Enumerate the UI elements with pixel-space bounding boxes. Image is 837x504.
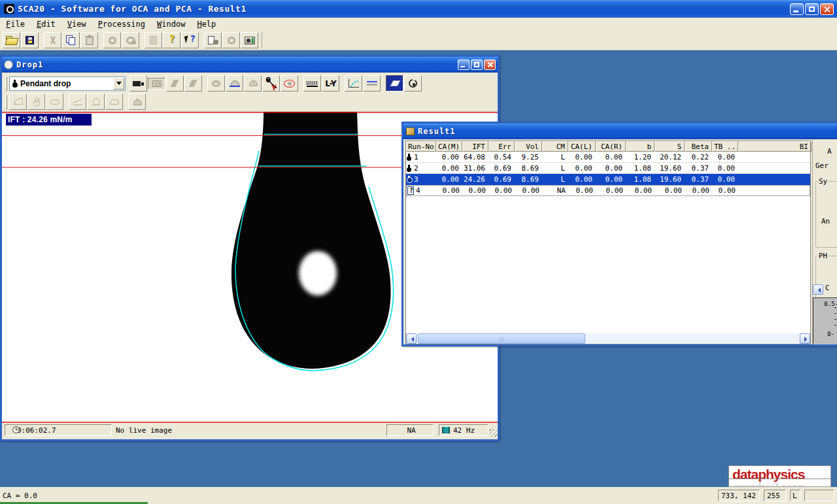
save-floppy-button[interactable] xyxy=(21,32,39,48)
table-row[interactable]: 20.0031.060.698.69L0.000.001.0819.600.37… xyxy=(406,163,810,174)
help-question-button[interactable] xyxy=(163,32,180,48)
table-cell: 0.00 xyxy=(712,153,738,161)
toolbar-separator xyxy=(199,32,204,48)
baseline-comb-icon xyxy=(307,80,318,87)
header-cell-car[interactable]: CA(R) xyxy=(596,141,626,152)
table-cell: 0.00 xyxy=(489,186,515,195)
drop1-toolbar-area: Pendant drop L-Y xyxy=(2,73,498,112)
ift-result-label: IFT : 24.26 mN/m xyxy=(6,114,92,126)
table-row[interactable]: 10.0064.080.549.25L0.000.001.2020.120.22… xyxy=(406,152,810,163)
table-horizontal-scrollbar[interactable] xyxy=(406,333,810,344)
scrollbar-thumb[interactable] xyxy=(418,333,585,344)
scroll-left-arrow[interactable] xyxy=(406,333,417,344)
app-icon xyxy=(4,4,14,14)
header-cell-beta[interactable]: Beta xyxy=(685,141,712,152)
run-number: 4 xyxy=(416,186,420,195)
side-label-general[interactable]: Ger xyxy=(815,161,828,170)
header-cell-b[interactable]: b xyxy=(626,141,655,152)
menu-edit[interactable]: Edit xyxy=(31,18,61,30)
table-cell: 0.00 xyxy=(713,186,739,195)
menu-view[interactable]: View xyxy=(61,18,92,30)
open-folder-button[interactable] xyxy=(3,32,20,48)
magic-pen-button[interactable] xyxy=(386,75,403,92)
send-report-button[interactable] xyxy=(204,32,222,48)
drop1-minimize-button[interactable] xyxy=(458,59,470,70)
result-box-icon xyxy=(406,127,415,135)
toolbar-grip[interactable] xyxy=(5,76,7,91)
video-camera-button[interactable] xyxy=(129,75,147,92)
drop-rotate-button[interactable] xyxy=(404,75,422,92)
table-cell: 0.00 xyxy=(437,186,463,195)
header-cell-s[interactable]: S xyxy=(655,141,685,152)
drop1-statusbar: 0:06:02.7 No live image NA 42 Hz xyxy=(2,423,498,437)
close-button[interactable] xyxy=(820,3,834,15)
header-cell-tb[interactable]: TB ... xyxy=(712,141,738,152)
hor-line-button[interactable] xyxy=(363,75,381,92)
menubar: FileEditViewProcessingWindowHelp xyxy=(0,18,837,31)
header-cell-cm[interactable]: CM xyxy=(542,141,568,152)
baseline-comb-button[interactable] xyxy=(303,75,321,92)
gear-hand-icon xyxy=(126,37,135,44)
table-cell: 19.60 xyxy=(655,175,685,184)
toolbar-grip[interactable] xyxy=(5,95,7,109)
table-row[interactable]: 30.0024.260.698.69L0.000.001.0819.600.37… xyxy=(406,174,810,185)
cut-scissors-button xyxy=(44,32,61,48)
combo-dropdown-arrow[interactable] xyxy=(113,78,124,90)
relax-curve-button[interactable] xyxy=(345,75,362,92)
table-cell: L xyxy=(542,153,568,161)
minimize-button[interactable] xyxy=(790,3,804,15)
side-scroll-left-arrow[interactable] xyxy=(813,284,823,295)
header-cell-ift[interactable]: IFT xyxy=(462,141,488,152)
pendant-drop-icon xyxy=(407,154,412,161)
menu-file[interactable]: File xyxy=(0,18,31,30)
pendant-drop-icon xyxy=(407,165,412,172)
table-cell: 0.00 xyxy=(568,164,596,173)
table-cell: 1.20 xyxy=(626,153,655,161)
drop1-restore-button[interactable] xyxy=(471,59,483,70)
menu-window[interactable]: Window xyxy=(151,18,191,30)
table-cell: 1.08 xyxy=(626,175,655,184)
drop-rotate-icon xyxy=(409,79,417,88)
run-number: 2 xyxy=(414,164,418,173)
device-camera-button[interactable] xyxy=(241,32,258,48)
menu-processing[interactable]: Processing xyxy=(92,18,151,30)
table-cell: 0.00 xyxy=(596,164,626,173)
context-help-button[interactable] xyxy=(181,32,199,48)
menu-help[interactable]: Help xyxy=(191,18,222,30)
slant-roi-button xyxy=(166,75,184,92)
header-cell-bi[interactable]: BI xyxy=(738,141,811,152)
axis-tick-05: 0.5- xyxy=(824,301,837,307)
gear-hand-button xyxy=(122,32,139,48)
measurement-method-combo[interactable]: Pendant drop xyxy=(9,76,126,91)
paste-clipboard-icon xyxy=(86,36,94,45)
header-cell-runno[interactable]: Run-No xyxy=(406,141,436,152)
side-panel-scrollbar[interactable] xyxy=(813,284,837,295)
drop1-close-button[interactable] xyxy=(484,59,496,70)
header-cell-cam[interactable]: CA(M) xyxy=(436,141,462,152)
header-cell-vol[interactable]: Vol xyxy=(515,141,542,152)
table-cell: 19.60 xyxy=(655,164,685,173)
scroll-right-arrow[interactable] xyxy=(800,333,810,344)
flat-drop-button xyxy=(105,93,123,110)
run-cell: 3 xyxy=(406,175,436,184)
theta-gamma-button[interactable] xyxy=(262,75,280,92)
ellipse-fit-button xyxy=(207,75,225,92)
table-cell: 0.00 xyxy=(626,186,655,195)
slant-roi2-button xyxy=(184,75,202,92)
resize-grip[interactable] xyxy=(489,429,497,437)
header-cell-cal[interactable]: CA(L) xyxy=(568,141,596,152)
pendant-drop-icon xyxy=(407,176,412,183)
manual-ellipse-button[interactable] xyxy=(281,75,298,92)
copy-pages-button[interactable] xyxy=(62,32,80,48)
laplace-young-button[interactable]: L-Y xyxy=(322,75,339,92)
header-cell-err[interactable]: Err xyxy=(488,141,515,152)
table-cell: 0.00 xyxy=(436,164,462,173)
sessile-baseline-button[interactable] xyxy=(226,75,243,92)
table-row[interactable]: 40.000.000.000.00NA0.000.000.000.000.000… xyxy=(406,185,810,196)
restore-button[interactable] xyxy=(805,3,819,15)
toolbar-separator xyxy=(381,75,386,92)
result1-window: Result1 Run-NoCA(M)IFTErrVolCMCA(L)CA(R)… xyxy=(401,122,837,346)
scrollbar-track[interactable] xyxy=(417,333,800,344)
table-cell: 0.00 xyxy=(515,186,543,195)
logo-reflection: dataphysics xyxy=(732,482,804,487)
